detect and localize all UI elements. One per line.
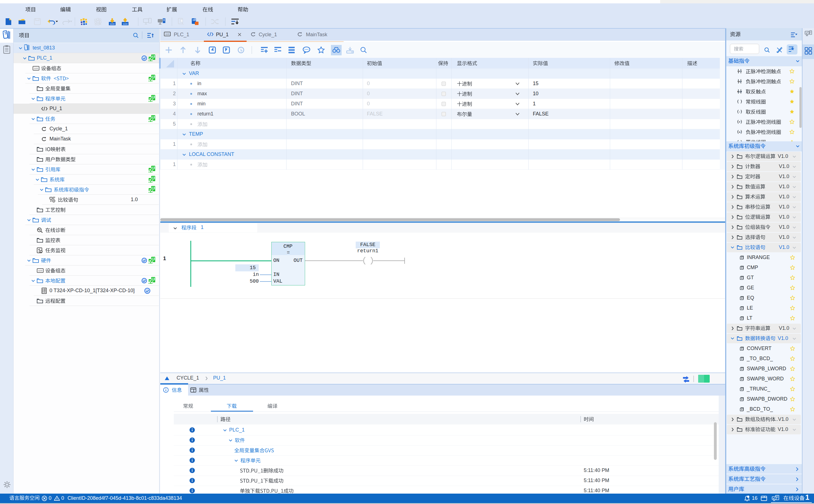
svg-text:N: N	[739, 80, 741, 83]
svg-text:1100: 1100	[165, 33, 169, 35]
svg-text:N: N	[739, 131, 741, 133]
svg-text:1100: 1100	[122, 23, 128, 25]
svg-text:1100: 1100	[34, 67, 38, 69]
svg-text:P: P	[739, 121, 741, 123]
svg-text:1100: 1100	[38, 270, 42, 272]
svg-text:P: P	[739, 70, 741, 73]
svg-text:1100: 1100	[110, 23, 115, 25]
svg-text:NOT: NOT	[737, 90, 742, 93]
svg-text:/: /	[739, 111, 740, 113]
